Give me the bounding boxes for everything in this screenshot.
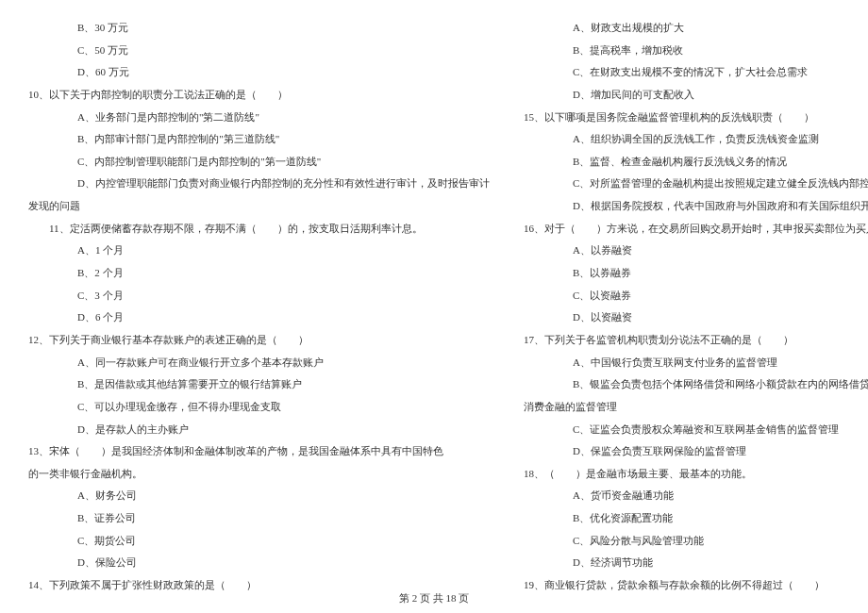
option: D、以资融资 [524, 306, 868, 329]
option: D、6 个月 [28, 306, 490, 329]
option: C、风险分散与风险管理功能 [524, 530, 868, 553]
question-18: 18、（ ）是金融市场最主要、最基本的功能。 [524, 463, 868, 486]
option: B、银监会负责包括个体网络借贷和网络小额贷款在内的网络借贷以及互联网信托和互联网 [524, 373, 868, 396]
option: C、对所监督管理的金融机构提出按照规定建立健全反洗钱内部控制制度的要求 [524, 173, 868, 195]
left-column: B、30 万元 C、50 万元 D、60 万元 10、以下关于内部控制的职责分工… [28, 17, 490, 573]
option: A、财务公司 [28, 485, 490, 507]
right-column: A、财政支出规模的扩大 B、提高税率，增加税收 C、在财政支出规模不变的情况下，… [524, 17, 868, 573]
option: D、60 万元 [28, 61, 490, 84]
option: C、50 万元 [28, 40, 490, 62]
option: B、是因借款或其他结算需要开立的银行结算账户 [28, 373, 490, 396]
option: A、业务部门是内部控制的"第二道防线" [28, 107, 490, 129]
question-13: 13、宋体（ ）是我国经济体制和金融体制改革的产物，是我国金融体系中具有中国特色 [28, 440, 490, 463]
option: B、2 个月 [28, 262, 490, 285]
option: D、经济调节功能 [524, 552, 868, 574]
option: D、保险公司 [28, 552, 490, 574]
option: B、证券公司 [28, 507, 490, 530]
option: B、以券融券 [524, 262, 868, 285]
question-10: 10、以下关于内部控制的职责分工说法正确的是（ ） [28, 84, 490, 107]
option: D、保监会负责互联网保险的监督管理 [524, 440, 868, 463]
option: C、以资融券 [524, 285, 868, 307]
question-11: 11、定活两便储蓄存款存期不限，存期不满（ ）的，按支取日活期利率计息。 [28, 218, 490, 240]
option: D、内控管理职能部门负责对商业银行内部控制的充分性和有效性进行审计，及时报告审计 [28, 173, 490, 195]
option: C、3 个月 [28, 285, 490, 307]
option: C、可以办理现金缴存，但不得办理现金支取 [28, 396, 490, 419]
option: C、期货公司 [28, 530, 490, 553]
option: A、货币资金融通功能 [524, 485, 868, 507]
question-15: 15、以下哪项是国务院金融监督管理机构的反洗钱职责（ ） [524, 107, 868, 129]
page-footer: 第 2 页 共 18 页 [0, 591, 868, 605]
question-10-cont: 发现的问题 [28, 195, 490, 218]
option: B、监督、检查金融机构履行反洗钱义务的情况 [524, 151, 868, 174]
option: C、在财政支出规模不变的情况下，扩大社会总需求 [524, 61, 868, 84]
option: B、优化资源配置功能 [524, 507, 868, 530]
option: D、是存款人的主办账户 [28, 419, 490, 441]
option: D、根据国务院授权，代表中国政府与外国政府和有关国际组织开展反洗钱合作 [524, 195, 868, 218]
option: A、组织协调全国的反洗钱工作，负责反洗钱资金监测 [524, 128, 868, 151]
option: B、内部审计部门是内部控制的"第三道防线" [28, 128, 490, 151]
question-13-cont: 的一类非银行金融机构。 [28, 463, 490, 486]
question-16: 16、对于（ ）方来说，在交易所回购交易开始时，其申报买卖部位为买入。 [524, 218, 868, 240]
option: A、财政支出规模的扩大 [524, 17, 868, 40]
option: C、内部控制管理职能部门是内部控制的"第一道防线" [28, 151, 490, 174]
question-17: 17、下列关于各监管机构职责划分说法不正确的是（ ） [524, 329, 868, 352]
question-12: 12、下列关于商业银行基本存款账户的表述正确的是（ ） [28, 329, 490, 352]
option: B、30 万元 [28, 17, 490, 40]
option: A、同一存款账户可在商业银行开立多个基本存款账户 [28, 352, 490, 374]
two-column-layout: B、30 万元 C、50 万元 D、60 万元 10、以下关于内部控制的职责分工… [28, 17, 840, 573]
option: A、中国银行负责互联网支付业务的监督管理 [524, 352, 868, 374]
option: B、提高税率，增加税收 [524, 40, 868, 62]
question-17-cont: 消费金融的监督管理 [524, 396, 868, 419]
option: D、增加民间的可支配收入 [524, 84, 868, 107]
option: A、以券融资 [524, 240, 868, 262]
option: A、1 个月 [28, 240, 490, 262]
option: C、证监会负责股权众筹融资和互联网基金销售的监督管理 [524, 419, 868, 441]
